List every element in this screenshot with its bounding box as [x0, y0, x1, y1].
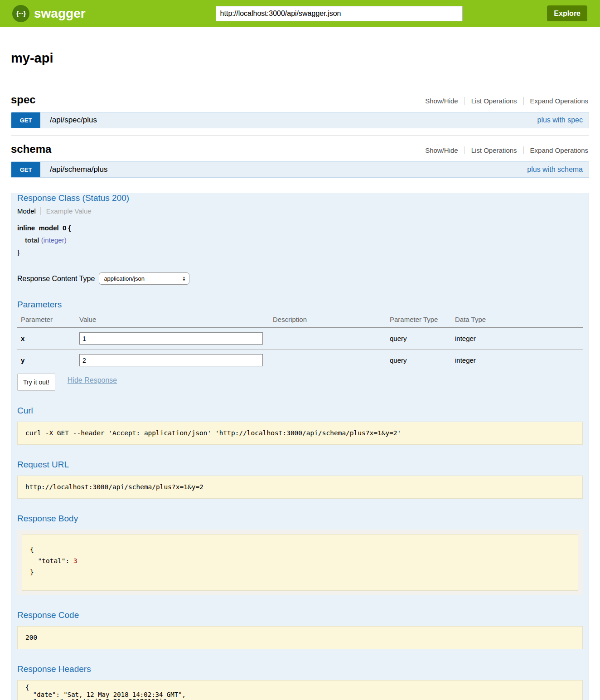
tab-model[interactable]: Model — [17, 207, 40, 215]
model-close-brace: } — [17, 246, 583, 258]
spec-section-title: spec — [11, 93, 36, 106]
col-data-type: Data Type — [455, 316, 583, 327]
response-headers-heading: Response Headers — [17, 664, 583, 674]
json-number-value: 3 — [73, 557, 77, 564]
model-tabs: Model Example Value — [17, 207, 583, 215]
property-type: (integer) — [41, 236, 67, 244]
response-content-type-select-wrap: application/json ▲▼ — [99, 272, 189, 285]
param-name: x — [17, 327, 79, 350]
try-it-out-button[interactable]: Try it out! — [17, 374, 55, 391]
response-content-type-row: Response Content Type application/json ▲… — [17, 272, 583, 285]
param-description — [273, 350, 390, 371]
response-body-container: { "total": 3 } — [17, 530, 583, 595]
api-url-input[interactable] — [216, 6, 463, 21]
schema-get-operation-row: GET /api/schema/plus plus with schema — [11, 161, 589, 178]
param-y-value-input[interactable] — [79, 354, 263, 366]
schema-section-header: schema Show/Hide List Operations Expand … — [11, 143, 589, 156]
braces-icon: {···} — [16, 10, 25, 17]
col-parameter: Parameter — [17, 316, 79, 327]
col-value: Value — [79, 316, 273, 327]
operation-actions: Try it out! Hide Response — [17, 374, 583, 391]
request-url-value: http://localhost:3000/api/schema/plus?x=… — [17, 476, 583, 499]
schema-show-hide-link[interactable]: Show/Hide — [419, 146, 465, 154]
response-headers-json: { "date": "Sat, 12 May 2018 14:02:34 GMT… — [17, 680, 583, 700]
response-code-heading: Response Code — [17, 610, 583, 620]
response-body-json: { "total": 3 } — [22, 534, 578, 591]
header-bar: {···} swagger Explore — [0, 0, 600, 27]
spec-expand-operations-link[interactable]: Expand Operations — [523, 97, 589, 105]
schema-expand-operations-link[interactable]: Expand Operations — [523, 146, 589, 154]
parameters-table: Parameter Value Description Parameter Ty… — [17, 316, 583, 371]
response-content-type-label: Response Content Type — [17, 275, 95, 283]
schema-get-method-badge[interactable]: GET — [11, 161, 40, 178]
main-content: my-api spec Show/Hide List Operations Ex… — [11, 51, 589, 700]
param-type: query — [390, 350, 455, 371]
model-signature: inline_model_0 { total (integer) } — [17, 222, 583, 258]
brand-name: swagger — [34, 6, 86, 21]
spec-show-hide-link[interactable]: Show/Hide — [419, 97, 465, 105]
schema-section-controls: Show/Hide List Operations Expand Operati… — [419, 146, 589, 154]
parameters-header-row: Parameter Value Description Parameter Ty… — [17, 316, 583, 327]
model-name: inline_model_0 { — [17, 222, 583, 234]
schema-operation-panel: Response Class (Status 200) Model Exampl… — [11, 193, 589, 700]
explore-button[interactable]: Explore — [547, 5, 587, 21]
parameter-row-x: x query integer — [17, 327, 583, 350]
response-class-heading: Response Class (Status 200) — [17, 193, 583, 203]
param-data-type: integer — [455, 327, 583, 350]
col-parameter-type: Parameter Type — [390, 316, 455, 327]
spec-list-operations-link[interactable]: List Operations — [465, 97, 523, 105]
tab-example-value[interactable]: Example Value — [40, 207, 92, 215]
spec-get-method-badge[interactable]: GET — [11, 112, 40, 128]
spec-get-operation-row: GET /api/spec/plus plus with spec — [11, 112, 589, 128]
parameters-heading: Parameters — [17, 300, 583, 310]
model-property: total (integer) — [17, 234, 583, 246]
param-data-type: integer — [455, 350, 583, 371]
spec-section-controls: Show/Hide List Operations Expand Operati… — [419, 97, 589, 105]
param-x-value-input[interactable] — [79, 332, 263, 345]
spec-operation-path[interactable]: /api/spec/plus — [50, 116, 97, 125]
response-content-type-select[interactable]: application/json — [99, 272, 189, 285]
curl-heading: Curl — [17, 406, 583, 416]
param-type: query — [390, 327, 455, 350]
param-name: y — [17, 350, 79, 371]
spec-operation-summary-link[interactable]: plus with spec — [537, 116, 583, 124]
param-description — [273, 327, 390, 350]
curl-command: curl -X GET --header 'Accept: applicatio… — [17, 422, 583, 445]
swagger-logo[interactable]: {···} swagger — [12, 5, 86, 22]
spec-section-header: spec Show/Hide List Operations Expand Op… — [11, 93, 589, 106]
hide-response-link[interactable]: Hide Response — [68, 376, 117, 384]
swagger-logo-icon: {···} — [12, 5, 29, 22]
col-description: Description — [273, 316, 390, 327]
request-url-heading: Request URL — [17, 460, 583, 470]
parameter-row-y: y query integer — [17, 350, 583, 371]
schema-section-title: schema — [11, 143, 51, 156]
page-title: my-api — [11, 51, 589, 66]
response-code-value: 200 — [17, 626, 583, 649]
response-body-heading: Response Body — [17, 514, 583, 524]
schema-operation-path[interactable]: /api/schema/plus — [50, 165, 108, 174]
section-divider — [11, 135, 589, 136]
schema-list-operations-link[interactable]: List Operations — [465, 146, 523, 154]
schema-operation-summary-link[interactable]: plus with schema — [527, 165, 583, 174]
property-name: total — [25, 236, 39, 244]
